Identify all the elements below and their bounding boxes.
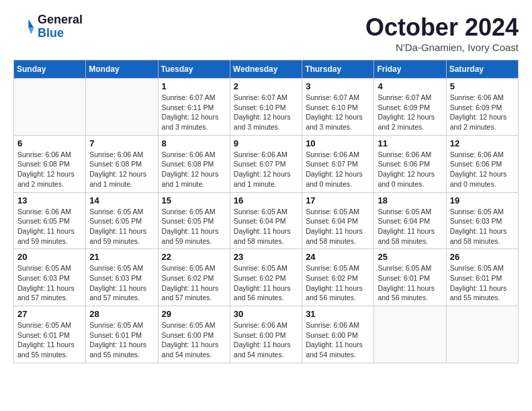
calendar-cell: 31Sunrise: 6:06 AM Sunset: 6:00 PM Dayli… [302, 306, 374, 363]
calendar-cell [86, 79, 158, 136]
day-detail: Sunrise: 6:07 AM Sunset: 6:10 PM Dayligh… [306, 93, 370, 132]
day-number: 5 [450, 81, 515, 91]
calendar-cell: 8Sunrise: 6:06 AM Sunset: 6:08 PM Daylig… [158, 135, 230, 192]
day-number: 15 [162, 195, 226, 205]
day-number: 22 [162, 252, 226, 262]
weekday-header: Friday [374, 60, 446, 79]
calendar-cell: 15Sunrise: 6:05 AM Sunset: 6:05 PM Dayli… [158, 192, 230, 249]
day-number: 3 [306, 81, 370, 91]
day-number: 17 [306, 195, 370, 205]
day-number: 14 [89, 195, 154, 205]
day-detail: Sunrise: 6:05 AM Sunset: 6:01 PM Dayligh… [378, 263, 442, 303]
day-number: 6 [17, 138, 82, 148]
day-number: 10 [306, 138, 370, 148]
day-detail: Sunrise: 6:05 AM Sunset: 6:01 PM Dayligh… [89, 320, 154, 360]
weekday-header: Monday [86, 60, 158, 79]
calendar-cell: 10Sunrise: 6:06 AM Sunset: 6:07 PM Dayli… [302, 135, 374, 192]
calendar-cell: 18Sunrise: 6:05 AM Sunset: 6:04 PM Dayli… [374, 192, 446, 249]
calendar-week-row: 6Sunrise: 6:06 AM Sunset: 6:08 PM Daylig… [14, 135, 519, 192]
calendar-week-row: 20Sunrise: 6:05 AM Sunset: 6:03 PM Dayli… [14, 249, 519, 306]
day-detail: Sunrise: 6:07 AM Sunset: 6:09 PM Dayligh… [378, 93, 442, 132]
day-number: 4 [378, 81, 442, 91]
day-detail: Sunrise: 6:07 AM Sunset: 6:11 PM Dayligh… [162, 93, 226, 132]
day-number: 12 [450, 138, 515, 148]
day-detail: Sunrise: 6:05 AM Sunset: 6:01 PM Dayligh… [17, 320, 82, 360]
calendar-cell: 27Sunrise: 6:05 AM Sunset: 6:01 PM Dayli… [14, 306, 86, 363]
month-title: October 2024 [365, 13, 519, 42]
day-detail: Sunrise: 6:06 AM Sunset: 6:05 PM Dayligh… [17, 207, 82, 246]
day-number: 8 [162, 138, 226, 148]
calendar-cell: 7Sunrise: 6:06 AM Sunset: 6:08 PM Daylig… [86, 135, 158, 192]
calendar-cell: 4Sunrise: 6:07 AM Sunset: 6:09 PM Daylig… [374, 79, 446, 136]
calendar-cell: 19Sunrise: 6:05 AM Sunset: 6:03 PM Dayli… [446, 192, 518, 249]
calendar-cell [446, 306, 518, 363]
day-detail: Sunrise: 6:05 AM Sunset: 6:03 PM Dayligh… [89, 263, 154, 303]
day-detail: Sunrise: 6:05 AM Sunset: 6:05 PM Dayligh… [162, 207, 226, 246]
calendar-cell: 24Sunrise: 6:05 AM Sunset: 6:02 PM Dayli… [302, 249, 374, 306]
calendar-cell: 9Sunrise: 6:06 AM Sunset: 6:07 PM Daylig… [230, 135, 302, 192]
day-detail: Sunrise: 6:05 AM Sunset: 6:03 PM Dayligh… [17, 263, 82, 303]
day-number: 7 [89, 138, 154, 148]
day-detail: Sunrise: 6:06 AM Sunset: 6:08 PM Dayligh… [89, 150, 154, 189]
calendar-cell: 11Sunrise: 6:06 AM Sunset: 6:06 PM Dayli… [374, 135, 446, 192]
day-number: 31 [306, 309, 370, 319]
calendar-cell: 2Sunrise: 6:07 AM Sunset: 6:10 PM Daylig… [230, 79, 302, 136]
logo-line1: General [38, 13, 83, 27]
day-detail: Sunrise: 6:05 AM Sunset: 6:02 PM Dayligh… [306, 263, 370, 303]
day-number: 21 [89, 252, 154, 262]
day-number: 20 [17, 252, 82, 262]
day-detail: Sunrise: 6:05 AM Sunset: 6:00 PM Dayligh… [162, 320, 226, 360]
calendar-cell [374, 306, 446, 363]
day-detail: Sunrise: 6:06 AM Sunset: 6:06 PM Dayligh… [378, 150, 442, 189]
weekday-header: Thursday [302, 60, 374, 79]
day-number: 2 [234, 81, 298, 91]
day-detail: Sunrise: 6:06 AM Sunset: 6:00 PM Dayligh… [234, 320, 298, 360]
day-detail: Sunrise: 6:05 AM Sunset: 6:02 PM Dayligh… [234, 263, 298, 303]
weekday-header: Wednesday [230, 60, 302, 79]
calendar-cell: 5Sunrise: 6:06 AM Sunset: 6:09 PM Daylig… [446, 79, 518, 136]
day-detail: Sunrise: 6:05 AM Sunset: 6:04 PM Dayligh… [306, 207, 370, 246]
calendar-cell: 17Sunrise: 6:05 AM Sunset: 6:04 PM Dayli… [302, 192, 374, 249]
logo-icon [13, 16, 35, 38]
calendar-cell: 29Sunrise: 6:05 AM Sunset: 6:00 PM Dayli… [158, 306, 230, 363]
day-number: 30 [234, 309, 298, 319]
day-detail: Sunrise: 6:06 AM Sunset: 6:09 PM Dayligh… [450, 93, 515, 132]
calendar-cell: 12Sunrise: 6:06 AM Sunset: 6:06 PM Dayli… [446, 135, 518, 192]
weekday-header: Sunday [14, 60, 86, 79]
day-detail: Sunrise: 6:05 AM Sunset: 6:01 PM Dayligh… [450, 263, 515, 303]
calendar-cell [14, 79, 86, 136]
location-subtitle: N'Da-Gnamien, Ivory Coast [365, 42, 519, 53]
calendar-cell: 28Sunrise: 6:05 AM Sunset: 6:01 PM Dayli… [86, 306, 158, 363]
day-number: 29 [162, 309, 226, 319]
day-number: 9 [234, 138, 298, 148]
day-number: 19 [450, 195, 515, 205]
calendar-cell: 23Sunrise: 6:05 AM Sunset: 6:02 PM Dayli… [230, 249, 302, 306]
day-number: 11 [378, 138, 442, 148]
calendar-cell: 14Sunrise: 6:05 AM Sunset: 6:05 PM Dayli… [86, 192, 158, 249]
svg-marker-1 [28, 28, 34, 34]
calendar-week-row: 1Sunrise: 6:07 AM Sunset: 6:11 PM Daylig… [14, 79, 519, 136]
calendar-cell: 21Sunrise: 6:05 AM Sunset: 6:03 PM Dayli… [86, 249, 158, 306]
day-detail: Sunrise: 6:06 AM Sunset: 6:00 PM Dayligh… [306, 320, 370, 360]
day-detail: Sunrise: 6:05 AM Sunset: 6:04 PM Dayligh… [378, 207, 442, 246]
calendar-cell: 6Sunrise: 6:06 AM Sunset: 6:08 PM Daylig… [14, 135, 86, 192]
calendar-cell: 3Sunrise: 6:07 AM Sunset: 6:10 PM Daylig… [302, 79, 374, 136]
day-detail: Sunrise: 6:06 AM Sunset: 6:07 PM Dayligh… [234, 150, 298, 189]
logo: General Blue [13, 13, 83, 40]
calendar-cell: 26Sunrise: 6:05 AM Sunset: 6:01 PM Dayli… [446, 249, 518, 306]
calendar-cell: 20Sunrise: 6:05 AM Sunset: 6:03 PM Dayli… [14, 249, 86, 306]
weekday-header: Saturday [446, 60, 518, 79]
calendar-cell: 13Sunrise: 6:06 AM Sunset: 6:05 PM Dayli… [14, 192, 86, 249]
calendar-cell: 25Sunrise: 6:05 AM Sunset: 6:01 PM Dayli… [374, 249, 446, 306]
svg-marker-0 [28, 19, 34, 28]
day-number: 28 [89, 309, 154, 319]
calendar-header-row: SundayMondayTuesdayWednesdayThursdayFrid… [14, 60, 519, 79]
weekday-header: Tuesday [158, 60, 230, 79]
day-detail: Sunrise: 6:06 AM Sunset: 6:07 PM Dayligh… [306, 150, 370, 189]
day-detail: Sunrise: 6:06 AM Sunset: 6:08 PM Dayligh… [162, 150, 226, 189]
logo-line2: Blue [38, 27, 83, 40]
day-detail: Sunrise: 6:05 AM Sunset: 6:05 PM Dayligh… [89, 207, 154, 246]
day-detail: Sunrise: 6:07 AM Sunset: 6:10 PM Dayligh… [234, 93, 298, 132]
day-number: 26 [450, 252, 515, 262]
day-number: 13 [17, 195, 82, 205]
